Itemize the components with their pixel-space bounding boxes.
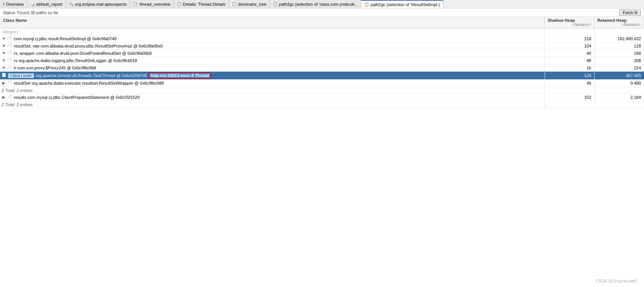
expand-icon-row9[interactable]: ▶ [2, 95, 6, 100]
file-icon-row3: 📄 [7, 51, 13, 56]
tab-label-dominator-tree: dominator_tree [238, 2, 266, 7]
tab-icon-thread-overview: 📋 [133, 2, 138, 6]
row3-name: ▼ 📄 rs, wrapper com.alibaba.druid.pool.D… [0, 50, 545, 57]
tab-icon-path2gc-1: 📋 [273, 2, 277, 6]
row2-name: ▼ 📄 resultSet, raw com.alibaba.druid.pro… [0, 43, 545, 49]
table-row-1[interactable]: ▼ 📄 com.mysql.cj.jdbc.result.ResultSetIm… [0, 35, 644, 43]
status-bar: Status: Found 30 paths so far. Fetch N [0, 8, 644, 17]
table-row-regex[interactable]: <Regex> [0, 28, 644, 35]
tab-label-path2gc-2: path2gc [selection of 'ResultSetImpl ( [370, 2, 440, 7]
tab-icon-api-suspects: 🔍 [69, 2, 73, 6]
row9-name: ▶ 📄 results com.mysql.cj.jdbc.ClientPrep… [0, 94, 545, 101]
shallow-heap-sub: <Numeric> [548, 23, 591, 27]
file-icon-row5: 📄 [7, 65, 13, 71]
table-row-7[interactable]: ▶ 📄 resultSet org.apache.ibatis.executor… [0, 80, 644, 87]
tab-icon-dominator-tree: 📋 [232, 2, 236, 6]
tab-dominator-tree[interactable]: 📋 dominator_tree [229, 0, 270, 8]
row4-label: rs org.apache.ibatis.logging.jdbc.Result… [14, 58, 137, 63]
total-inner-text: Total: 2 entries [5, 88, 33, 93]
java-local-tag: <Java Local> [8, 73, 34, 78]
row3-shallow: 40 [545, 50, 594, 57]
row2-retained: 128 [594, 43, 644, 49]
table-row-6-java-local[interactable]: 📄 <Java Local> org.apache.tomcat.util.th… [0, 72, 644, 80]
total-inner-label: Σ Total: 2 entries [0, 87, 545, 93]
col-header-shallow-heap: Shallow Heap <Numeric> [545, 17, 594, 28]
tab-icon-path2gc-2: 📋 [364, 2, 369, 7]
table-header: Class Name Shallow Heap <Numeric> Retain… [0, 17, 644, 28]
row4-retained: 208 [594, 57, 644, 64]
expand-icon-row7[interactable]: ▶ [2, 81, 6, 85]
total-outer-label: Σ Total: 2 entries [0, 101, 545, 108]
row5-label: h com.sun.proxy.$Proxy245 @ 0x6c9fbc0b8 [14, 66, 96, 70]
thread-highlight-box: http-nio-18013-exec-8 Thread [148, 72, 211, 79]
row5-shallow: 16 [545, 64, 594, 71]
tab-thread-overview[interactable]: 📋 thread_overview [130, 0, 174, 8]
retained-heap-label: Retained Heap [597, 18, 641, 23]
expand-icon-row2[interactable]: ▼ [2, 44, 6, 48]
tab-path2gc-2[interactable]: 📋 path2gc [selection of 'ResultSetImpl ( [361, 0, 443, 8]
main-table: Class Name Shallow Heap <Numeric> Retain… [0, 17, 644, 108]
table-row-9[interactable]: ▶ 📄 results com.mysql.cj.jdbc.ClientPrep… [0, 94, 644, 101]
row7-retained: 9,480 [594, 80, 644, 87]
tab-label-api-suspects: org.eclipse.mat.apisuspects [75, 2, 127, 7]
row7-name: ▶ 📄 resultSet org.apache.ibatis.executor… [0, 80, 545, 87]
table-row-2[interactable]: ▼ 📄 resultSet, raw com.alibaba.druid.pro… [0, 43, 644, 50]
row9-label: results com.mysql.cj.jdbc.ClientPrepared… [14, 95, 140, 100]
thread-label: http-nio-18013-exec-8 Thread [150, 73, 209, 78]
tab-api-suspects[interactable]: 🔍 org.eclipse.mat.apisuspects [66, 0, 130, 8]
status-text: Status: Found 30 paths so far. [3, 10, 59, 15]
table-row-3[interactable]: ▼ 📄 rs, wrapper com.alibaba.druid.pool.D… [0, 50, 644, 57]
file-icon-row2: 📄 [7, 43, 13, 49]
row2-label: resultSet, raw com.alibaba.druid.proxy.j… [14, 44, 163, 48]
row6-name: 📄 <Java Local> org.apache.tomcat.util.th… [0, 72, 545, 79]
row5-name: ▼ 📄 h com.sun.proxy.$Proxy245 @ 0x6c9fbc… [0, 64, 545, 71]
file-icon-row6: 📄 [2, 73, 7, 78]
tab-path2gc-1[interactable]: 📋 path2gc [selection of 'class com.yndw.… [270, 0, 361, 8]
sigma-icon-inner: Σ [2, 88, 4, 93]
retained-heap-sub: <Numeric> [597, 23, 641, 27]
tab-overview[interactable]: ℹ Overview [0, 0, 27, 8]
row9-retained: 2,184 [594, 94, 644, 101]
expand-icon-row1[interactable]: ▼ [2, 36, 6, 41]
tab-icon-overview: ℹ [3, 2, 5, 6]
row3-label: rs, wrapper com.alibaba.druid.pool.Druid… [14, 51, 152, 56]
fetch-button[interactable]: Fetch N [619, 10, 641, 16]
row3-retained: 168 [594, 50, 644, 57]
tab-label-default-report: default_report [36, 2, 62, 7]
table-row-total-outer: Σ Total: 2 entries [0, 101, 644, 108]
expand-icon-row5[interactable]: ▼ [2, 66, 6, 70]
tab-label-path2gc-1: path2gc [selection of 'class com.yndw.dv… [279, 2, 358, 7]
tab-icon-default-report: 📊 [30, 2, 35, 6]
table-row-total-inner: Σ Total: 2 entries [0, 87, 644, 94]
table-row-4[interactable]: ▼ 📄 rs org.apache.ibatis.logging.jdbc.Re… [0, 57, 644, 64]
file-icon-row9: 📄 [7, 95, 13, 100]
row1-name: ▼ 📄 com.mysql.cj.jdbc.result.ResultSetIm… [0, 35, 545, 42]
col-header-retained-heap: Retained Heap <Numeric> [594, 17, 644, 28]
tab-label-thread-details: Details: Thread Details [183, 2, 225, 7]
tab-icon-thread-details: 📋 [177, 2, 181, 6]
expand-icon-row3[interactable]: ▼ [2, 51, 6, 56]
tab-bar: ℹ Overview 📊 default_report 🔍 org.eclips… [0, 0, 644, 8]
row7-shallow: 48 [545, 80, 594, 87]
row4-shallow: 48 [545, 57, 594, 64]
row9-shallow: 152 [545, 94, 594, 101]
regex-label: <Regex> [2, 30, 19, 34]
col-header-class-name: Class Name [0, 17, 545, 28]
tab-thread-details[interactable]: 📋 Details: Thread Details [174, 0, 229, 8]
expand-icon-row4[interactable]: ▼ [2, 58, 6, 63]
row-regex-retained [594, 28, 644, 35]
total-outer-text: Total: 2 entries [5, 102, 33, 107]
row6-shallow: 128 [545, 72, 594, 79]
row6-retained: 367,400 [594, 72, 644, 79]
row-regex-shallow [545, 28, 594, 35]
row1-shallow: 216 [545, 35, 594, 42]
tab-label-thread-overview: thread_overview [139, 2, 170, 7]
row7-label: resultSet org.apache.ibatis.executor.res… [14, 81, 164, 85]
watermark: CSDN @ShayneLee8 [595, 279, 636, 283]
file-icon-row1: 📄 [7, 36, 13, 41]
row2-shallow: 104 [545, 43, 594, 49]
tab-default-report[interactable]: 📊 default_report [27, 0, 66, 8]
row1-retained: 162,490,432 [594, 35, 644, 42]
sigma-icon-outer: Σ [2, 102, 4, 107]
table-row-5[interactable]: ▼ 📄 h com.sun.proxy.$Proxy245 @ 0x6c9fbc… [0, 64, 644, 72]
